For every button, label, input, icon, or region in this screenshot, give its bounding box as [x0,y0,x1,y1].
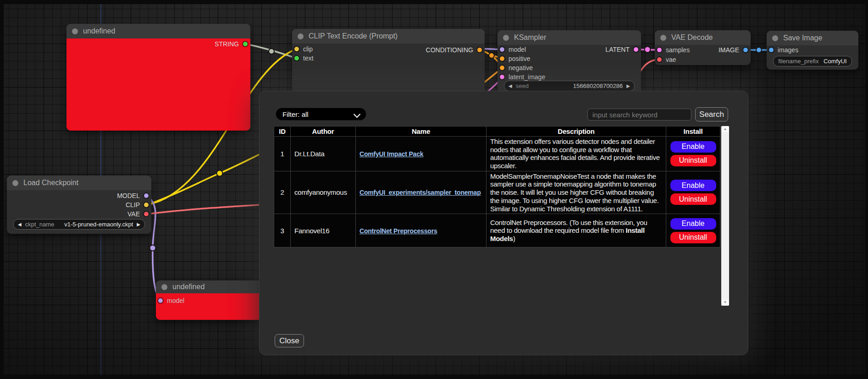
port-label-latent: LATENT [605,46,630,53]
port-dot-vae[interactable] [657,57,662,62]
extension-link[interactable]: ControlNet Preprocessors [359,227,437,235]
decrement-arrow-icon[interactable]: ◀ [18,222,22,227]
reroute-dot-clip[interactable] [217,170,223,176]
reroute-dot-image[interactable] [756,47,762,53]
enable-button[interactable]: Enable [670,218,716,230]
node-title[interactable]: undefined [66,24,250,38]
node-title-label: VAE Decode [671,33,713,42]
column-header-author: Author [291,126,356,137]
enable-button[interactable]: Enable [670,141,716,153]
increment-arrow-icon[interactable]: ▶ [626,84,630,88]
port-dot-clip[interactable] [294,47,299,51]
column-header-install: Install [666,126,720,137]
node-title[interactable]: CLIP Text Encode (Prompt) [292,29,485,44]
uninstall-button[interactable]: Uninstall [670,193,716,205]
uninstall-button[interactable]: Uninstall [670,232,716,243]
seed-widget-value: 156680208700286 [573,82,623,89]
cell-install: Enable Uninstall [666,137,720,171]
collapse-dot-icon[interactable] [772,35,778,41]
reroute-dot-string[interactable] [269,49,274,54]
collapse-dot-icon[interactable] [72,28,78,34]
port-text-input: text [294,54,314,63]
canvas-edge-right [865,0,868,379]
scroll-up-icon[interactable]: ▲ [724,127,727,131]
filter-select[interactable]: Filter: all [276,108,366,121]
cell-id: 3 [274,214,291,247]
cell-install: Enable Uninstall [666,214,720,247]
node-body-error [66,38,250,131]
description-text: ControlNet Preprocessors. (To use this e… [490,219,647,235]
node-title[interactable]: Save Image [767,31,858,45]
increment-arrow-icon[interactable]: ▶ [137,222,140,227]
seed-widget[interactable]: ◀ seed 156680208700286 ▶ [504,81,635,91]
node-ksampler[interactable]: KSampler model positive negative latent_… [498,30,641,96]
port-dot-positive[interactable] [500,56,504,61]
cell-author: comfyanonymous [291,171,356,214]
search-input[interactable] [587,109,691,121]
port-dot-model[interactable] [158,298,163,303]
collapse-dot-icon[interactable] [298,33,304,39]
port-dot-conditioning[interactable] [477,48,482,52]
cell-id: 1 [274,137,291,171]
port-dot-negative[interactable] [500,66,504,70]
extension-link[interactable]: ComfyUI_experiments/sampler_tonemap [359,189,481,196]
port-dot-images[interactable] [769,48,774,52]
cell-name: ControlNet Preprocessors [356,214,487,247]
close-button[interactable]: Close [275,334,304,347]
node-title-label: undefined [172,283,205,291]
node-title[interactable]: Load Checkpoint [7,176,151,190]
port-dot-image[interactable] [743,48,748,52]
collapse-dot-icon[interactable] [12,180,18,186]
canvas-edge-top [0,0,868,4]
port-vae-output: VAE [127,209,149,219]
port-label-string: STRING [215,40,239,48]
collapse-dot-icon[interactable] [161,284,167,290]
scroll-down-icon[interactable]: ▼ [724,301,727,304]
node-title[interactable]: KSampler [498,30,641,45]
collapse-dot-icon[interactable] [503,35,509,41]
node-title[interactable]: VAE Decode [655,30,751,45]
reroute-dot-model[interactable] [150,245,156,251]
search-button[interactable]: Search [695,107,728,121]
enable-button[interactable]: Enable [670,180,716,191]
extension-link[interactable]: ComfyUI Impact Pack [359,150,423,158]
filename-prefix-value: ComfyUI [824,58,847,65]
node-title-label: undefined [83,27,115,35]
port-latent-output: LATENT [605,45,638,54]
uninstall-button[interactable]: Uninstall [670,155,716,166]
filename-prefix-widget[interactable]: filename_prefix ComfyUI [773,56,852,66]
port-dot-text[interactable] [294,56,299,60]
port-positive-input: positive [500,54,530,63]
port-latent-image-input: latent_image [500,72,545,82]
reroute-dot-conditioning[interactable] [489,53,494,58]
node-vae-decode[interactable]: VAE Decode samples vae IMAGE [655,30,751,65]
ckpt-name-widget[interactable]: ◀ ckpt_name v1-5-pruned-emaonly.ckpt ▶ [13,219,145,230]
extension-row: 2 comfyanonymous ComfyUI_experiments/sam… [274,171,720,214]
node-title-label: Save Image [783,34,822,42]
port-dot-vae-out[interactable] [144,212,149,216]
port-label-vae-out: VAE [127,210,140,218]
port-clip-output: CLIP [126,200,149,209]
column-header-name: Name [356,126,487,137]
port-dot-string[interactable] [243,42,248,46]
table-scrollbar[interactable]: ▲ ▼ [721,126,729,306]
scrollbar-thumb[interactable] [722,132,729,300]
port-label-samples: samples [666,46,690,54]
port-dot-latent-image[interactable] [500,75,504,79]
column-header-description: Description [487,126,666,137]
port-dot-model-out[interactable] [144,193,149,198]
reroute-dot-latent[interactable] [645,47,651,53]
port-dot-latent[interactable] [634,47,638,52]
node-save-image[interactable]: Save Image images filename_prefix ComfyU… [767,31,858,70]
collapse-dot-icon[interactable] [660,35,666,41]
decrement-arrow-icon[interactable]: ◀ [509,84,512,88]
port-dot-model[interactable] [500,47,504,52]
node-load-checkpoint[interactable]: Load Checkpoint MODEL CLIP VAE ◀ ckpt_na… [7,176,151,234]
extension-row: 3 Fannovel16 ControlNet Preprocessors Co… [274,214,720,247]
port-dot-clip-out[interactable] [144,203,149,207]
port-label-latent-image: latent_image [509,73,545,81]
extensions-table: ID Author Name Description Install 1 Dr.… [274,126,720,247]
node-clip-text-encode[interactable]: CLIP Text Encode (Prompt) clip text COND… [292,29,485,96]
port-dot-samples[interactable] [657,48,662,52]
node-undefined-top[interactable]: undefined STRING [66,24,250,131]
